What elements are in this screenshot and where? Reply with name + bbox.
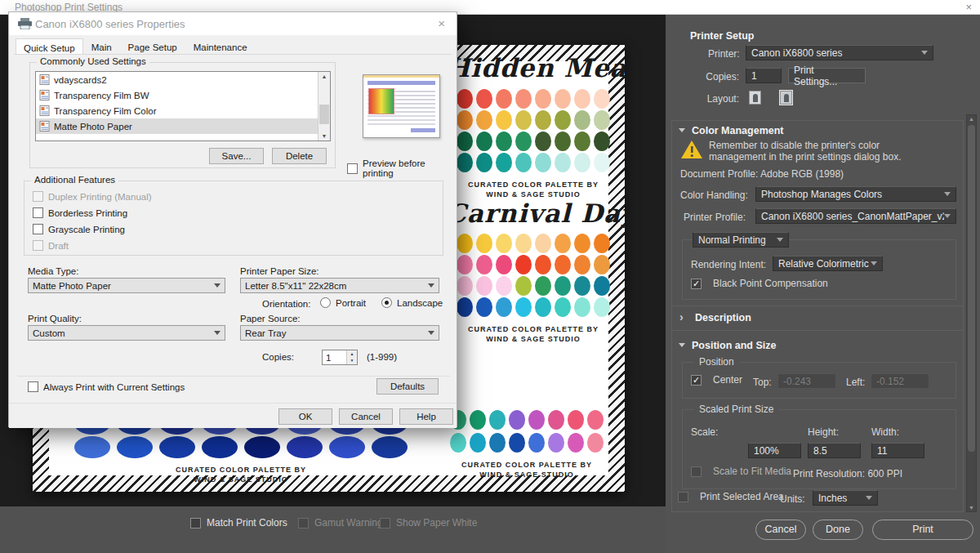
spinner-buttons[interactable]: ▲▼ (346, 350, 357, 364)
spin-up-icon[interactable]: ▲ (347, 350, 357, 357)
checkbox-icon[interactable] (691, 466, 702, 477)
height-input[interactable]: 8.5 (808, 443, 861, 458)
black-point-compensation-checkbox[interactable]: ✓ Black Point Compensation (691, 278, 828, 289)
radio-selected-icon[interactable] (381, 297, 392, 308)
color-dot (515, 276, 532, 296)
list-scrollbar[interactable]: ▲ ▼ (318, 72, 330, 140)
scroll-down-icon[interactable]: ▼ (318, 133, 330, 139)
color-management-header[interactable]: Color Management (692, 125, 784, 136)
window-close-icon[interactable]: × (965, 1, 972, 13)
checkbox-checked-icon[interactable]: ✓ (691, 375, 702, 386)
printer-profile-value: Canon iX6800 series_CanonMattPaper_v2-20… (761, 211, 944, 222)
tab-page-setup[interactable]: Page Setup (120, 39, 185, 55)
color-handling-select[interactable]: Photoshop Manages Colors (755, 186, 956, 202)
list-item[interactable]: Transparency Film Color (36, 103, 330, 118)
checkbox-icon[interactable] (190, 518, 201, 528)
collapse-chevron-icon[interactable] (679, 343, 685, 347)
checkbox-icon[interactable] (28, 381, 38, 392)
copies-range-text: (1-999) (367, 352, 397, 362)
scale-input[interactable]: 100% (748, 443, 801, 458)
always-print-checkbox[interactable]: Always Print with Current Settings (28, 381, 185, 392)
printer-paper-size-label: Printer Paper Size: (240, 266, 319, 276)
layout-landscape-icon[interactable] (780, 91, 792, 105)
top-value: -0.243 (783, 376, 811, 387)
radio-icon[interactable] (320, 297, 331, 308)
print-settings-button[interactable]: Print Settings... (788, 68, 866, 83)
match-print-colors-checkbox[interactable]: Match Print Colors (190, 517, 287, 528)
list-item[interactable]: vdayscards2 (36, 72, 330, 87)
ok-button[interactable]: OK (278, 408, 332, 425)
settings-doc-icon (39, 90, 50, 100)
portrait-label: Portrait (336, 298, 366, 308)
landscape-radio[interactable]: Landscape (381, 297, 443, 308)
preview-before-printing-checkbox[interactable]: Preview before printing (347, 158, 457, 178)
checkbox-checked-icon[interactable]: ✓ (691, 279, 702, 289)
grayscale-printing-checkbox[interactable]: Grayscale Printing (33, 224, 125, 234)
copies-input[interactable]: 1 (746, 68, 782, 83)
warning-icon (680, 140, 703, 159)
defaults-button[interactable]: Defaults (376, 378, 439, 395)
color-dot (515, 255, 532, 274)
scrollbar-thumb[interactable] (319, 105, 329, 124)
color-dot (555, 255, 571, 274)
save-button[interactable]: Save... (209, 148, 264, 164)
document-profile-text: Document Profile: Adobe RGB (1998) (680, 168, 844, 180)
layout-portrait-icon[interactable] (749, 91, 761, 105)
list-item-selected[interactable]: Matte Photo Paper (36, 118, 330, 134)
printer-setup-header: Printer Setup (690, 30, 755, 42)
color-dot (470, 410, 486, 430)
print-button[interactable]: Print (872, 520, 973, 540)
position-group: Position ✓ Center Top: -0.243 Left: -0.1… (682, 362, 956, 399)
panel-scrollbar[interactable]: ▲ ▼ (966, 114, 977, 512)
landscape-label: Landscape (397, 298, 443, 308)
center-checkbox[interactable]: ✓ Center (691, 374, 742, 386)
tab-strip: Quick Setup Main Page Setup Maintenance (16, 38, 256, 55)
spin-down-icon[interactable]: ▼ (347, 357, 357, 363)
scroll-up-icon[interactable]: ▲ (318, 74, 330, 79)
scroll-down-icon[interactable]: ▼ (967, 505, 976, 511)
description-header[interactable]: Description (695, 312, 751, 323)
color-dot (457, 255, 473, 274)
print-selected-area-label: Print Selected Area (700, 491, 784, 502)
tab-maintenance[interactable]: Maintenance (185, 39, 256, 55)
cancel-button[interactable]: Cancel (755, 520, 806, 540)
help-button[interactable]: Help (399, 408, 453, 425)
list-item[interactable]: Transparency Film BW (36, 87, 330, 103)
scroll-up-icon[interactable]: ▲ (967, 116, 976, 122)
cancel-button[interactable]: Cancel (339, 408, 393, 425)
position-and-size-header[interactable]: Position and Size (692, 340, 777, 351)
printer-select[interactable]: Canon iX6800 series (746, 45, 933, 60)
borderless-printing-checkbox[interactable]: Borderless Printing (33, 207, 127, 218)
chevron-down-icon (214, 283, 220, 288)
printer-profile-select[interactable]: Canon iX6800 series_CanonMattPaper_v2-20… (755, 208, 956, 224)
checkbox-icon (380, 518, 390, 528)
color-dot (574, 234, 590, 253)
done-button[interactable]: Done (813, 520, 863, 540)
settings-list[interactable]: vdayscards2 Transparency Film BW Transpa… (35, 71, 331, 141)
print-selected-area-checkbox[interactable]: Print Selected Area (678, 491, 784, 502)
delete-button[interactable]: Delete (272, 148, 327, 164)
chevron-down-icon (428, 331, 434, 335)
paper-source-select[interactable]: Rear Tray (240, 325, 439, 341)
checkbox-icon[interactable] (33, 207, 43, 218)
dialog-close-icon[interactable]: × (438, 16, 445, 30)
scrollbar-thumb[interactable] (968, 125, 975, 452)
printer-paper-size-select[interactable]: Letter 8.5"x11" 22x28cm (240, 278, 439, 293)
scale-to-fit-media-checkbox[interactable]: Scale to Fit Media (691, 466, 791, 477)
units-select[interactable]: Inches (813, 490, 878, 506)
width-input[interactable]: 11 (871, 443, 924, 458)
copies-spinner[interactable]: 1 ▲▼ (322, 350, 358, 365)
portrait-radio[interactable]: Portrait (320, 297, 366, 308)
checkbox-icon[interactable] (33, 224, 43, 234)
media-type-select[interactable]: Matte Photo Paper (28, 278, 225, 293)
collapse-chevron-icon[interactable] (679, 128, 685, 132)
rendering-intent-select[interactable]: Relative Colorimetric (773, 256, 883, 271)
printing-mode-select[interactable]: Normal Printing (693, 232, 789, 248)
expand-chevron-icon[interactable]: › (679, 310, 684, 323)
print-quality-select[interactable]: Custom (28, 325, 225, 341)
tab-main[interactable]: Main (83, 39, 120, 55)
color-dot (515, 297, 532, 317)
checkbox-icon[interactable] (678, 492, 688, 502)
checkbox-icon[interactable] (347, 163, 358, 174)
tab-quick-setup[interactable]: Quick Setup (16, 38, 83, 55)
